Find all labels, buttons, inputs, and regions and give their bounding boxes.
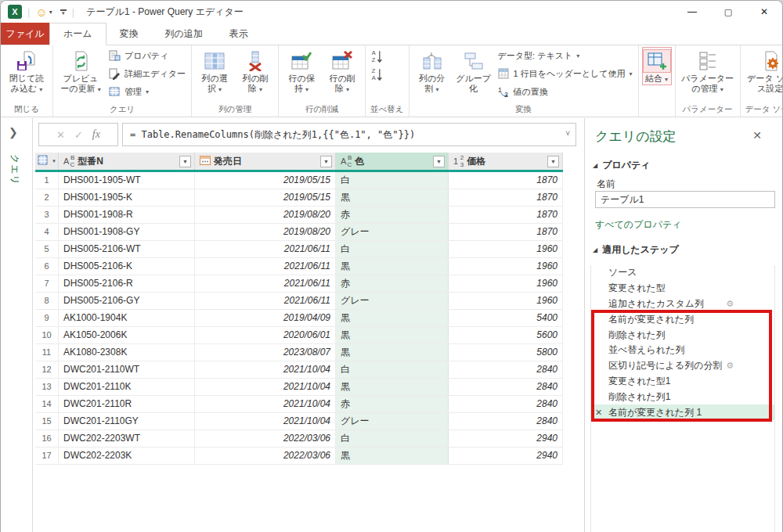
table-cell[interactable]: 2021/06/11 [195, 275, 336, 292]
table-cell[interactable]: 2940 [449, 448, 563, 464]
step-settings-gear-icon[interactable]: ⚙ [726, 361, 734, 371]
row-number[interactable]: 3 [35, 207, 59, 223]
table-cell[interactable]: グレー [336, 224, 449, 240]
table-cell[interactable]: DHS001-1905-K [59, 189, 195, 206]
smiley-dropdown-caret-icon[interactable]: ▾ [49, 9, 52, 16]
table-cell[interactable]: 2021/06/11 [195, 241, 336, 257]
row-number[interactable]: 8 [35, 293, 59, 309]
table-cell[interactable]: DHS005-2106-WT [59, 241, 195, 257]
table-cell[interactable]: 1870 [449, 207, 563, 223]
table-cell[interactable]: DWC202-2203WT [59, 430, 195, 447]
ribbon-button-keep-rows[interactable]: 行の保持 ▾ [282, 47, 321, 95]
applied-step[interactable]: 追加されたカスタム列⚙ [591, 297, 774, 312]
delete-step-icon[interactable]: ✕ [595, 408, 602, 418]
tab-add-column[interactable]: 列の追加 [152, 23, 216, 45]
table-cell[interactable]: 2840 [449, 379, 563, 395]
table-cell[interactable]: 2840 [449, 413, 563, 430]
row-number[interactable]: 4 [35, 224, 59, 240]
expand-queries-pane-icon[interactable]: ❯ [9, 126, 18, 138]
table-cell[interactable]: 2021/10/04 [195, 413, 336, 430]
applied-step[interactable]: 変更された型1 [591, 374, 774, 390]
ribbon-button-close-and-load[interactable]: 閉じて読み込む ▾ [4, 47, 49, 95]
table-cell[interactable]: 2021/10/04 [195, 396, 336, 412]
all-properties-link[interactable]: すべてのプロパティ [595, 218, 682, 232]
filter-dropdown-icon[interactable]: ▼ [433, 156, 445, 167]
row-number[interactable]: 10 [35, 327, 59, 343]
close-button[interactable]: ✕ [746, 1, 782, 23]
table-cell[interactable]: 5400 [449, 310, 563, 326]
maximize-button[interactable]: ▢ [710, 1, 746, 23]
table-cell[interactable]: 黒 [336, 310, 449, 326]
ribbon-button-sort-az[interactable]: AZ [369, 47, 385, 65]
table-cell[interactable]: 2023/08/07 [195, 344, 336, 361]
table-cell[interactable]: 黒 [336, 258, 449, 275]
filter-dropdown-icon[interactable]: ▼ [320, 156, 332, 167]
ribbon-button-group-by[interactable]: グループ化 [453, 47, 494, 95]
panel-close-icon[interactable]: ✕ [752, 129, 762, 142]
row-number[interactable]: 15 [35, 413, 59, 430]
table-cell[interactable]: DWC201-2110WT [59, 361, 195, 378]
table-select-all-corner[interactable]: ▾ [35, 153, 59, 170]
table-cell[interactable]: 2019/05/15 [195, 172, 336, 189]
table-cell[interactable]: DWC201-2110GY [59, 413, 195, 430]
ribbon-button-remove-columns[interactable]: 列の削除 ▾ [236, 47, 275, 95]
table-cell[interactable]: 2940 [449, 430, 563, 447]
table-cell[interactable]: 2021/10/04 [195, 361, 336, 378]
row-number[interactable]: 11 [35, 344, 59, 361]
table-cell[interactable]: DHS005-2106-K [59, 258, 195, 275]
commit-formula-icon[interactable]: ✓ [74, 129, 83, 141]
ribbon-button-sort-za[interactable]: ZA [369, 65, 385, 83]
table-cell[interactable]: 白 [336, 241, 449, 257]
table-cell[interactable]: DWC201-2110R [59, 396, 195, 412]
ribbon-button-choose-columns[interactable]: 列の選択 ▾ [195, 47, 234, 95]
table-cell[interactable]: DHS001-1905-WT [59, 172, 195, 189]
table-cell[interactable]: AK1000-1904K [59, 310, 195, 326]
properties-section-header[interactable]: ◢ プロパティ [593, 159, 651, 172]
table-cell[interactable]: 赤 [336, 275, 449, 292]
table-cell[interactable]: 2840 [449, 361, 563, 378]
table-cell[interactable]: DHS001-1908-R [59, 207, 195, 223]
table-cell[interactable]: 1870 [449, 224, 563, 240]
table-cell[interactable]: 2019/08/20 [195, 207, 336, 223]
row-number[interactable]: 5 [35, 241, 59, 257]
feedback-smiley-icon[interactable]: ☺ [35, 6, 47, 18]
applied-step[interactable]: 名前が変更された列 [591, 311, 774, 327]
ribbon-button-split-column[interactable]: 列の分割 ▾ [413, 47, 452, 95]
formula-input[interactable] [122, 123, 576, 146]
ribbon-button-properties[interactable]: プロパティ [106, 47, 188, 65]
table-cell[interactable]: 黒 [336, 344, 449, 361]
quick-access-customize-icon[interactable]: ▾ [60, 9, 67, 15]
ribbon-button-manage[interactable]: 管理 ▾ [106, 83, 188, 101]
table-cell[interactable]: グレー [336, 293, 449, 309]
table-cell[interactable]: 白 [336, 430, 449, 447]
table-cell[interactable]: DWC202-2203K [59, 448, 195, 464]
table-cell[interactable]: 2021/06/11 [195, 293, 336, 309]
applied-step[interactable]: 削除された列1 [591, 389, 774, 404]
row-number[interactable]: 17 [35, 448, 59, 464]
table-cell[interactable]: 5800 [449, 344, 563, 361]
table-cell[interactable]: 1960 [449, 275, 563, 292]
ribbon-button-replace-values[interactable]: 12値の置換 [496, 83, 635, 101]
tab-home[interactable]: ホーム [49, 23, 106, 45]
table-cell[interactable]: 黒 [336, 327, 449, 343]
column-header-1[interactable]: ABC型番N▼ [59, 153, 195, 170]
table-cell[interactable]: 1960 [449, 293, 563, 309]
column-header-2[interactable]: 発売日▼ [195, 153, 336, 170]
table-cell[interactable]: 2022/03/06 [195, 430, 336, 447]
table-cell[interactable]: 2020/06/01 [195, 327, 336, 343]
column-header-3[interactable]: ABC色▼ [336, 153, 449, 170]
applied-step[interactable]: 並べ替えられた列 [591, 343, 774, 358]
ribbon-button-data-source-settings[interactable]: データ ソース設定 [744, 47, 782, 95]
ribbon-button-advanced-editor[interactable]: 詳細エディター [106, 65, 188, 83]
applied-step[interactable]: 変更された型 [591, 281, 774, 297]
table-cell[interactable]: 黒 [336, 448, 449, 464]
table-cell[interactable]: 2019/08/20 [195, 224, 336, 240]
row-number[interactable]: 16 [35, 430, 59, 447]
applied-step[interactable]: ✕名前が変更された列 1 [591, 404, 774, 420]
table-cell[interactable]: DHS005-2106-R [59, 275, 195, 292]
row-number[interactable]: 12 [35, 361, 59, 378]
table-cell[interactable]: 2021/06/11 [195, 258, 336, 275]
step-settings-gear-icon[interactable]: ⚙ [726, 299, 734, 309]
table-cell[interactable]: 白 [336, 172, 449, 189]
row-number[interactable]: 9 [35, 310, 59, 326]
